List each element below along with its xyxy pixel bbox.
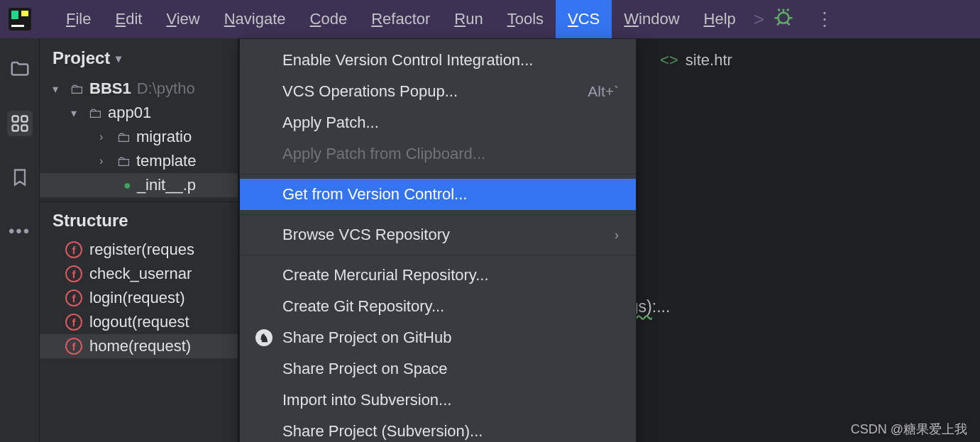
tree-item[interactable]: › 🗀 migratio: [40, 125, 238, 149]
structure-item[interactable]: flogout(request: [40, 310, 238, 334]
dropdown-item[interactable]: Apply Patch...: [240, 107, 636, 138]
toolbar-right: ⋮: [773, 6, 835, 32]
folder-dot-icon: 🗀: [88, 105, 102, 121]
dropdown-item[interactable]: Create Mercurial Repository...: [240, 260, 636, 291]
structure-panel-header[interactable]: Structure: [40, 201, 238, 235]
svg-rect-6: [21, 125, 27, 131]
chevron-down-icon: ▾: [53, 82, 64, 96]
menu-edit[interactable]: Edit: [103, 0, 154, 38]
menu-refactor[interactable]: Refactor: [359, 0, 442, 38]
rail-more-icon[interactable]: •••: [7, 219, 33, 244]
side-panel: Project ▾ ▾ 🗀 BBS1 D:\pytho ▾ 🗀 app01 › …: [40, 38, 238, 442]
python-file-icon: ●: [123, 178, 131, 193]
vcs-dropdown-menu: Enable Version Control Integration...VCS…: [239, 38, 637, 442]
dropdown-item: Apply Patch from Clipboard...: [240, 138, 636, 170]
function-badge-icon: f: [65, 314, 82, 331]
svg-rect-3: [12, 116, 18, 122]
main-menubar: FileEditViewNavigateCodeRefactorRunTools…: [0, 0, 980, 38]
project-tree: ▾ 🗀 BBS1 D:\pytho ▾ 🗀 app01 › 🗀 migratio…: [40, 68, 238, 197]
dropdown-item[interactable]: Create Git Repository...: [240, 291, 636, 322]
function-badge-icon: f: [65, 289, 82, 306]
menu-view[interactable]: View: [154, 0, 211, 38]
function-badge-icon: f: [65, 265, 82, 282]
tree-item[interactable]: › 🗀 template: [40, 149, 238, 173]
dropdown-item[interactable]: Share Project (Subversion)...: [240, 416, 636, 442]
menu-file[interactable]: File: [54, 0, 103, 38]
dropdown-item[interactable]: Get from Version Control...: [240, 179, 636, 210]
menu-tools[interactable]: Tools: [495, 0, 556, 38]
chevron-down-icon: ▾: [71, 106, 82, 120]
folder-dot-icon: 🗀: [116, 129, 131, 145]
tree-root[interactable]: ▾ 🗀 BBS1 D:\pytho: [40, 77, 238, 101]
dropdown-item[interactable]: Browse VCS Repository›: [240, 219, 636, 250]
dropdown-item[interactable]: ♞Share Project on GitHub: [240, 322, 636, 353]
rail-bookmark-icon[interactable]: [7, 165, 33, 190]
tree-item-file[interactable]: ● _init__.p: [40, 173, 238, 197]
bug-icon[interactable]: [773, 6, 794, 32]
menu-run[interactable]: Run: [442, 0, 495, 38]
dropdown-item[interactable]: VCS Operations Popup...Alt+`: [240, 76, 636, 107]
menu-vcs[interactable]: VCS: [556, 0, 612, 38]
menu-window[interactable]: Window: [612, 0, 691, 38]
menu-separator: [240, 214, 636, 215]
svg-point-2: [778, 13, 788, 23]
svg-rect-5: [12, 125, 18, 131]
html-file-icon: <>: [660, 51, 678, 70]
rail-structure-icon[interactable]: [7, 111, 33, 136]
chevron-down-icon: ▾: [116, 52, 121, 65]
menu-navigate[interactable]: Navigate: [212, 0, 298, 38]
structure-item[interactable]: fhome(request): [40, 334, 238, 358]
menu-code[interactable]: Code: [298, 0, 360, 38]
dropdown-item[interactable]: Share Project on Space: [240, 353, 636, 385]
rail-project-icon[interactable]: [7, 57, 33, 82]
structure-list: fregister(requesfcheck_usernarflogin(req…: [40, 235, 238, 361]
shortcut-label: Alt+`: [588, 83, 619, 100]
structure-item[interactable]: flogin(request): [40, 286, 238, 310]
structure-item[interactable]: fregister(reques: [40, 238, 238, 262]
left-tool-rail: •••: [0, 38, 40, 442]
menubar-separator: >: [754, 9, 764, 31]
chevron-right-icon: ›: [99, 155, 111, 167]
function-badge-icon: f: [65, 241, 82, 258]
structure-item[interactable]: fcheck_usernar: [40, 262, 238, 286]
menu-help[interactable]: Help: [692, 0, 748, 38]
folder-icon: 🗀: [70, 81, 84, 97]
project-panel-header[interactable]: Project ▾: [40, 38, 238, 68]
menu-separator: [240, 174, 636, 175]
github-icon: ♞: [255, 329, 272, 346]
svg-rect-4: [21, 116, 27, 122]
function-badge-icon: f: [65, 338, 82, 355]
watermark: CSDN @糖果爱上我: [851, 421, 967, 438]
menu-separator: [240, 255, 636, 255]
folder-dot-icon: 🗀: [116, 153, 131, 170]
svg-rect-1: [11, 25, 24, 27]
app-logo: [7, 6, 33, 32]
project-title: Project: [53, 48, 110, 68]
tree-item-app[interactable]: ▾ 🗀 app01: [40, 101, 238, 125]
chevron-right-icon: ›: [99, 131, 111, 143]
chevron-right-icon: ›: [615, 228, 619, 243]
more-vertical-icon[interactable]: ⋮: [815, 9, 835, 31]
dropdown-item[interactable]: Import into Subversion...: [240, 385, 636, 416]
dropdown-item[interactable]: Enable Version Control Integration...: [240, 45, 636, 76]
editor-tab[interactable]: <>site.htr: [660, 51, 732, 70]
